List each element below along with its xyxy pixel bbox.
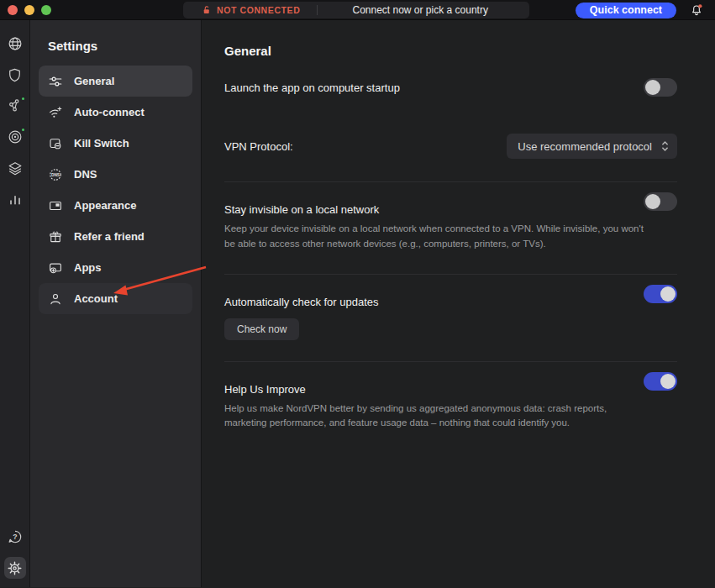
sidebar-item-apps[interactable]: Apps: [39, 252, 192, 283]
titlebar: NOT CONNECTED Connect now or pick a coun…: [0, 0, 715, 20]
section-divider: [224, 181, 677, 182]
invisible-on-lan-label: Stay invisible on a local network: [224, 203, 644, 216]
toggle-knob: [660, 374, 676, 389]
sidebar-item-kill-switch[interactable]: Kill Switch: [39, 128, 192, 159]
invisible-on-lan-text: Stay invisible on a local network Keep y…: [224, 192, 644, 252]
invisible-on-lan-description: Keep your device invisible on a local ne…: [224, 222, 644, 252]
toggle-knob: [645, 80, 660, 95]
general-settings-panel: General Launch the app on computer start…: [202, 20, 715, 587]
sidebar-item-presets[interactable]: [4, 157, 26, 179]
sidebar-item-label: Appearance: [74, 199, 136, 212]
vpn-protocol-value: Use recommended protocol: [518, 140, 652, 153]
sidebar-item-threat-protection[interactable]: [4, 64, 26, 86]
toggle-knob: [660, 286, 676, 302]
section-divider: [224, 274, 677, 275]
globe-icon: [7, 35, 24, 52]
sidebar-item-label: Kill Switch: [74, 137, 129, 150]
vpn-protocol-label: VPN Protocol:: [224, 140, 293, 153]
gear-icon: [7, 560, 23, 576]
sidebar-item-label: Account: [74, 292, 118, 305]
sidebar-item-dark-web-monitor[interactable]: [4, 126, 26, 148]
connection-status-bar: NOT CONNECTED Connect now or pick a coun…: [183, 2, 529, 18]
sidebar-item-label: DNS: [74, 168, 97, 181]
check-now-button[interactable]: Check now: [224, 318, 299, 340]
macos-traffic-lights: [0, 5, 51, 15]
sidebar-item-appearance[interactable]: Appearance: [39, 190, 192, 221]
connection-status: NOT CONNECTED: [183, 5, 317, 15]
help-bubble-icon: ?: [7, 528, 24, 545]
auto-updates-label: Automatically check for updates: [224, 296, 379, 308]
help-button[interactable]: ?: [4, 526, 26, 548]
panel-heading: General: [224, 44, 677, 58]
auto-updates-text: Automatically check for updates Check no…: [224, 285, 379, 340]
help-us-improve-toggle[interactable]: [644, 372, 677, 391]
sidebar-item-dns[interactable]: DNS DNS: [39, 159, 192, 190]
updown-chevron-icon: [661, 140, 669, 152]
person-icon: [48, 291, 63, 307]
dark-web-monitor-badge: [20, 127, 26, 133]
minimize-window-button[interactable]: [24, 5, 34, 15]
invisible-on-lan-row: Stay invisible on a local network Keep y…: [224, 192, 677, 252]
svg-text:?: ?: [13, 533, 17, 541]
kill-switch-icon: [48, 136, 63, 151]
launch-on-startup-row: Launch the app on computer startup: [224, 78, 677, 97]
sidebar-item-general[interactable]: General: [39, 66, 192, 97]
section-divider: [224, 361, 677, 362]
invisible-on-lan-toggle[interactable]: [644, 192, 677, 211]
launch-on-startup-label: Launch the app on computer startup: [224, 81, 400, 94]
settings-sidebar: Settings General: [30, 20, 202, 587]
notifications-bell-button[interactable]: [686, 2, 707, 18]
quick-connect-button[interactable]: Quick connect: [576, 3, 676, 18]
meshnet-online-badge: [20, 96, 26, 102]
help-us-improve-label: Help Us Improve: [224, 383, 644, 396]
help-us-improve-row: Help Us Improve Help us make NordVPN bet…: [224, 372, 677, 432]
vpn-protocol-select[interactable]: Use recommended protocol: [507, 134, 677, 159]
shield-icon: [7, 67, 23, 83]
nordvpn-settings-window: NOT CONNECTED Connect now or pick a coun…: [0, 0, 715, 588]
sidebar-item-statistics[interactable]: [4, 188, 26, 210]
sidebar-item-label: Refer a friend: [74, 230, 145, 243]
app-body: ? Settings: [0, 20, 715, 587]
apps-icon: [48, 260, 63, 276]
vpn-protocol-row: VPN Protocol: Use recommended protocol: [224, 134, 677, 159]
appearance-icon: [48, 198, 63, 213]
close-window-button[interactable]: [8, 5, 18, 15]
sidebar-item-meshnet[interactable]: [4, 95, 26, 117]
sliders-icon: [48, 74, 63, 89]
sidebar-item-auto-connect[interactable]: Auto-connect: [39, 97, 192, 128]
sidebar-item-refer-a-friend[interactable]: Refer a friend: [39, 221, 192, 252]
status-label: NOT CONNECTED: [217, 5, 300, 15]
svg-text:DNS: DNS: [51, 172, 60, 176]
sidebar-item-vpn-globe[interactable]: [4, 33, 26, 55]
help-us-improve-text: Help Us Improve Help us make NordVPN bet…: [224, 372, 644, 432]
sidebar-item-label: Apps: [74, 261, 102, 274]
auto-updates-row: Automatically check for updates Check no…: [224, 285, 677, 340]
statistics-bars-icon: [7, 191, 24, 207]
gift-icon: [48, 229, 63, 244]
settings-button[interactable]: [4, 557, 26, 579]
sidebar-item-account[interactable]: Account: [39, 283, 192, 314]
zoom-window-button[interactable]: [41, 5, 51, 15]
sidebar-item-label: General: [74, 75, 114, 87]
bell-icon: [690, 3, 703, 17]
layers-icon: [7, 160, 24, 176]
sidebar-item-label: Auto-connect: [74, 106, 145, 118]
auto-connect-icon: [48, 105, 63, 120]
left-icon-rail: ?: [0, 20, 30, 587]
dns-globe-icon: DNS: [48, 167, 63, 182]
connect-hint-text: Connect now or pick a country: [318, 4, 529, 16]
help-us-improve-description: Help us make NordVPN better by sending u…: [224, 402, 644, 432]
auto-updates-toggle[interactable]: [644, 285, 677, 303]
unlocked-padlock-icon: [202, 5, 212, 15]
launch-on-startup-toggle[interactable]: [644, 78, 677, 97]
toggle-knob: [645, 194, 660, 209]
sidebar-title: Settings: [39, 32, 192, 66]
